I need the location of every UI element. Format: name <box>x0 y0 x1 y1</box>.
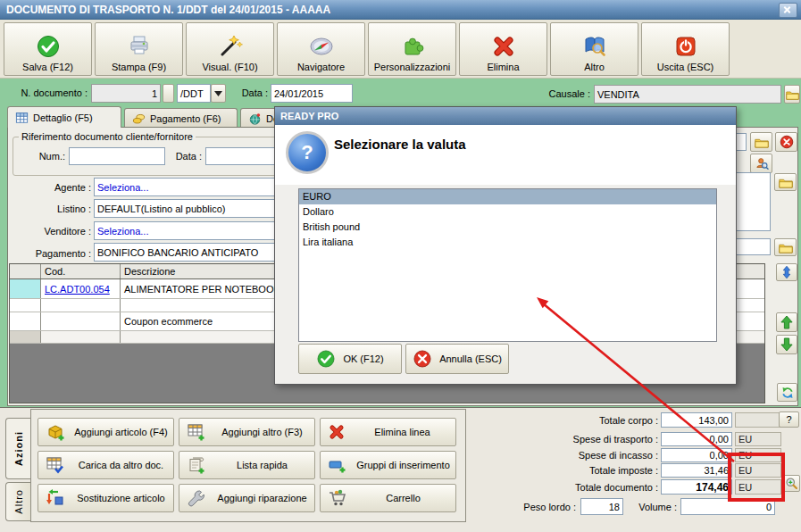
x-circle-icon <box>413 349 432 369</box>
dialog-header: ? Selezionare la valuta <box>275 125 736 185</box>
totale-corpo-label: Totale corpo : <box>500 412 658 428</box>
visualizza-button[interactable]: Visual. (F10) <box>186 22 274 76</box>
data-label: Data : <box>234 84 268 102</box>
numero-documento-field[interactable]: 1 <box>91 84 161 103</box>
row-selector-cell[interactable] <box>10 312 41 330</box>
currency-option-lira-italiana[interactable]: Lira italiana <box>299 235 716 250</box>
cliente-folder-button[interactable] <box>750 132 772 152</box>
rif-num-field[interactable] <box>69 147 165 165</box>
compass-icon <box>309 34 334 59</box>
row-down-button[interactable] <box>776 335 797 354</box>
cliente-delete-button[interactable] <box>775 132 797 152</box>
window-titlebar: DOCUMENTO DI TRASPORTO N. 1/DDT del 24/0… <box>0 0 801 20</box>
row-up-button[interactable] <box>776 312 797 332</box>
folder-icon <box>779 177 793 188</box>
totale-corpo-currency-box[interactable] <box>735 412 781 428</box>
spese-incasso-currency-box[interactable]: EU <box>735 448 781 462</box>
venditore-field[interactable]: Seleziona... <box>94 221 288 240</box>
altro-button[interactable]: Altro <box>550 22 638 76</box>
folder-icon <box>755 137 769 148</box>
totale-imposte-currency-box[interactable]: EU <box>735 463 781 478</box>
currency-listbox[interactable]: EURO Dollaro British pound Lira italiana <box>298 188 717 342</box>
valuta-dialog: READY PRO ? Selezionare la valuta EURO D… <box>274 106 737 385</box>
red-x-icon <box>328 423 346 441</box>
volume-label: Volume : <box>627 499 677 515</box>
currency-option-british-pound[interactable]: British pound <box>299 220 716 235</box>
carica-da-altro-doc-button[interactable]: Carica da altro doc. <box>38 451 174 479</box>
dialog-heading: Selezionare la valuta <box>334 137 466 152</box>
peso-lordo-label: Peso lordo : <box>482 499 576 515</box>
peso-lordo-field[interactable]: 18 <box>580 498 623 515</box>
cube-add-icon <box>46 422 65 442</box>
printer-icon <box>127 34 152 59</box>
side-tab-altro[interactable]: Altro <box>5 482 30 521</box>
spese-trasporto-label: Spese di trasporto : <box>500 432 658 446</box>
dialog-titlebar: READY PRO <box>275 107 736 125</box>
lista-rapida-button[interactable]: Lista rapida <box>179 451 315 479</box>
data-field[interactable]: 24/01/2015 <box>271 84 353 103</box>
aggiungi-riparazione-button[interactable]: Aggiungi riparazione <box>179 484 315 512</box>
tipo-documento-dropdown[interactable] <box>211 84 226 103</box>
arrows-up-down-icon <box>781 265 792 279</box>
currency-option-euro[interactable]: EURO <box>299 189 716 204</box>
salva-button[interactable]: Salva (F12) <box>4 22 92 76</box>
annulla-button[interactable]: Annulla (ESC) <box>405 344 509 374</box>
venditore-label: Venditore : <box>27 222 91 240</box>
refresh-button[interactable] <box>777 383 797 402</box>
currency-option-dollaro[interactable]: Dollaro <box>299 204 716 220</box>
navigatore-button[interactable]: Navigatore <box>277 22 365 76</box>
row-selector-cell[interactable] <box>10 279 41 298</box>
spese-trasporto-currency-box[interactable]: EU <box>735 432 781 446</box>
volume-field[interactable]: 0 <box>680 498 775 515</box>
side-tab-azioni[interactable]: Azioni <box>5 418 30 479</box>
ok-button[interactable]: OK (F12) <box>298 344 402 374</box>
causale-field[interactable]: VENDITA <box>594 85 781 104</box>
totale-documento-currency-box[interactable]: EU <box>735 479 781 495</box>
currency-zoom-button[interactable] <box>783 475 800 492</box>
totale-corpo-field: 143,00 <box>661 412 732 428</box>
article-code-link[interactable]: LC.ADT00.054 <box>45 284 110 295</box>
row-selector-cell[interactable] <box>10 331 41 343</box>
tab-pagamento[interactable]: Pagamento (F6) <box>124 108 238 128</box>
check-circle-icon <box>316 349 336 369</box>
elimina-button[interactable]: Elimina <box>459 22 547 76</box>
destinazione-folder-button[interactable] <box>774 238 797 256</box>
chevron-down-icon <box>214 91 222 96</box>
elimina-linea-button[interactable]: Elimina linea <box>320 418 456 446</box>
causale-folder-button[interactable] <box>784 85 800 104</box>
uscita-button[interactable]: Uscita (ESC) <box>641 22 730 76</box>
row-selector-cell[interactable] <box>10 299 41 312</box>
table-add-icon <box>187 422 206 442</box>
red-x-icon <box>491 34 516 59</box>
riferimento-legend: Riferimento documento cliente/fornitore <box>19 131 196 142</box>
move-row-button[interactable] <box>776 263 797 281</box>
indirizzo-folder-button[interactable] <box>774 173 797 191</box>
pagamento-field[interactable]: BONIFICO BANCARIO ANTICIPATO <box>94 243 288 262</box>
coins-icon <box>132 112 146 125</box>
listino-field[interactable]: DEFAULT(Listino al pubblico) <box>94 199 288 218</box>
aggiungi-articolo-button[interactable]: Aggiungi articolo (F4) <box>38 418 174 446</box>
sostituzione-articolo-button[interactable]: Sostituzione articolo <box>38 484 174 512</box>
rif-num-label: Num.: <box>27 147 65 165</box>
numero-documento-label: N. documento : <box>9 84 88 102</box>
group-add-icon <box>328 455 347 475</box>
spese-trasporto-field[interactable]: 0,00 <box>661 432 732 446</box>
personalizzazioni-button[interactable]: Personalizzazioni <box>368 22 456 76</box>
magnifier-plus-icon <box>785 477 798 490</box>
help-button[interactable]: ? <box>779 411 799 428</box>
carrello-button[interactable]: Carrello <box>320 484 456 512</box>
agente-label: Agente : <box>27 179 91 196</box>
agente-field[interactable]: Seleziona... <box>94 178 288 196</box>
tipo-documento-field[interactable]: /DDT <box>177 84 211 103</box>
tab-dettaglio[interactable]: Dettaglio (F5) <box>7 106 121 128</box>
spese-incasso-field[interactable]: 0,00 <box>661 448 732 462</box>
aggiungi-altro-button[interactable]: Aggiungi altro (F3) <box>179 418 315 446</box>
stampa-button[interactable]: Stampa (F9) <box>95 22 183 76</box>
gruppi-di-inserimento-button[interactable]: Gruppi di inserimento <box>320 451 456 479</box>
window-title: DOCUMENTO DI TRASPORTO N. 1/DDT del 24/0… <box>6 4 330 16</box>
pagamento-label: Pagamento : <box>18 245 91 262</box>
cliente-search-button[interactable] <box>750 154 772 173</box>
numero-suffix-button[interactable] <box>163 84 174 103</box>
cod-column-header: Cod. <box>41 264 121 278</box>
close-icon[interactable] <box>779 3 797 18</box>
